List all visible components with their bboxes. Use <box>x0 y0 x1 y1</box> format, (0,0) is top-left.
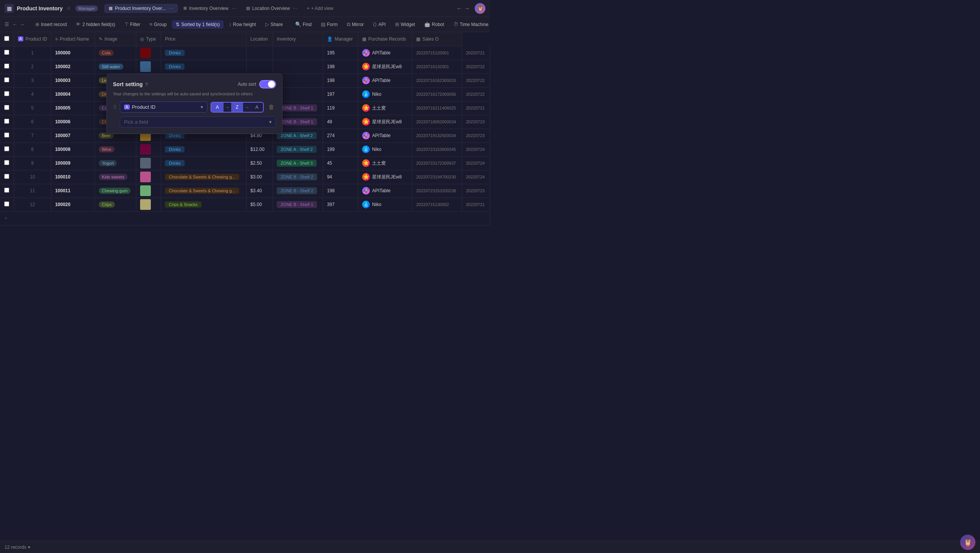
product-location-1[interactable] <box>273 60 323 74</box>
filter-button[interactable]: ⊤ Filter <box>121 20 144 29</box>
product-type-10[interactable]: Chocolate & Sweets & Chewing g... <box>161 184 246 198</box>
product-manager-11[interactable]: 💧 Niko <box>358 198 412 211</box>
product-location-0[interactable] <box>273 46 323 60</box>
table-row[interactable]: 9 100009 Yogurt Drinks $2.50 ZONE A - Sh… <box>0 156 490 170</box>
product-manager-3[interactable]: 💧 Niko <box>358 87 412 101</box>
product-type-8[interactable]: Drinks <box>161 156 246 170</box>
product-image-9[interactable] <box>136 170 161 184</box>
add-row-btn[interactable]: + <box>0 211 490 225</box>
share-button[interactable]: ▷ Share <box>261 20 287 29</box>
product-location-8[interactable]: ZONE A - Shelf 3 <box>273 156 323 170</box>
hidden-fields-button[interactable]: 👁 2 hidden field(s) <box>72 20 119 29</box>
sort-help-icon[interactable]: ? <box>145 82 148 87</box>
tab-product-inventory[interactable]: ▦ Product Inventory Over... ⋯ <box>104 4 178 13</box>
row-checkbox-3[interactable] <box>0 87 14 101</box>
sort-button[interactable]: ⇅ Sorted by 1 field(s) <box>172 20 224 29</box>
row-checkbox-6[interactable] <box>0 129 14 142</box>
table-row[interactable]: 8 100008 Wine Drinks $12.00 ZONE A - She… <box>0 142 490 156</box>
product-manager-2[interactable]: 🚀 APITable <box>358 74 412 87</box>
row-checkbox-0[interactable] <box>0 46 14 60</box>
product-image-1[interactable] <box>136 60 161 74</box>
form-button[interactable]: ▤ Form <box>317 20 341 29</box>
product-manager-4[interactable]: ⭐ 土土窝 <box>358 101 412 115</box>
add-view-button[interactable]: + + Add view <box>303 4 337 13</box>
sidebar-toggle-icon[interactable]: ☰ <box>5 21 9 27</box>
tab-product-dots[interactable]: ⋯ <box>169 6 173 11</box>
product-type-11[interactable]: Crips & Snacks <box>161 198 246 211</box>
table-row[interactable]: 11 100011 Chewing gum Chocolate & Sweets… <box>0 184 490 198</box>
col-header-image[interactable]: ✎ Image <box>95 32 136 46</box>
table-row[interactable]: 10 100010 Kids sweets Chocolate & Sweets… <box>0 170 490 184</box>
col-header-purchase[interactable]: ▦ Purchase Records <box>358 32 412 46</box>
tab-inventory-overview[interactable]: ⊞ Inventory Overview ⋯ <box>179 4 241 13</box>
product-image-11[interactable] <box>136 198 161 211</box>
auto-sort-track[interactable] <box>259 80 276 88</box>
insert-record-button[interactable]: ⊕ Insert record <box>31 20 70 29</box>
row-checkbox-11[interactable] <box>0 198 14 211</box>
product-name-0[interactable]: Cola <box>95 46 136 60</box>
product-name-11[interactable]: Crips <box>95 198 136 211</box>
product-manager-10[interactable]: 🚀 APITable <box>358 184 412 198</box>
back-button[interactable]: ← <box>12 21 17 27</box>
col-header-inventory[interactable]: Inventory <box>273 32 323 46</box>
product-type-9[interactable]: Chocolate & Sweets & Chewing g... <box>161 170 246 184</box>
forward-button[interactable]: → <box>20 21 24 27</box>
row-checkbox-5[interactable] <box>0 115 14 129</box>
col-header-location[interactable]: Location <box>247 32 273 46</box>
group-button[interactable]: ≡ Group <box>145 20 170 29</box>
product-type-0[interactable]: Drinks <box>161 46 246 60</box>
product-image-7[interactable] <box>136 142 161 156</box>
col-header-sales[interactable]: ▦ Sales O <box>412 32 462 46</box>
product-image-0[interactable] <box>136 46 161 60</box>
row-checkbox-1[interactable] <box>0 60 14 74</box>
product-image-8[interactable] <box>136 156 161 170</box>
redo-button[interactable]: → <box>464 5 470 12</box>
product-manager-6[interactable]: 🚀 APITable <box>358 129 412 142</box>
sort-dir-z[interactable]: Z <box>231 103 243 112</box>
table-row[interactable]: 12 100020 Crips Crips & Snacks $5.00 ZON… <box>0 198 490 211</box>
undo-button[interactable]: ← <box>456 5 462 12</box>
add-row[interactable]: + <box>0 211 490 225</box>
product-location-9[interactable]: ZONE B - Shelf 2 <box>273 170 323 184</box>
product-manager-8[interactable]: ⭐ 土土窝 <box>358 156 412 170</box>
row-checkbox-8[interactable] <box>0 156 14 170</box>
user-avatar[interactable]: 🦉 <box>475 3 485 14</box>
row-checkbox-9[interactable] <box>0 170 14 184</box>
tab-location-overview[interactable]: ▤ Location Overview ⋯ <box>242 4 302 13</box>
product-name-7[interactable]: Wine <box>95 142 136 156</box>
table-row[interactable]: 1 100000 Cola Drinks 195 🚀 APITable 2022… <box>0 46 490 60</box>
product-name-10[interactable]: Chewing gum <box>95 184 136 198</box>
time-machine-button[interactable]: ⏱ Time Machine <box>449 20 490 29</box>
col-header-product-name[interactable]: ≡ Product Name <box>51 32 95 46</box>
widget-button[interactable]: ⊞ Widget <box>391 20 419 29</box>
row-height-button[interactable]: ↕ Row height <box>225 20 260 29</box>
product-manager-7[interactable]: 💧 Niko <box>358 142 412 156</box>
product-name-1[interactable]: Still water <box>95 60 136 74</box>
product-manager-1[interactable]: ⭐ 星球居民JEw8 <box>358 60 412 74</box>
row-checkbox-10[interactable] <box>0 184 14 198</box>
row-checkbox-7[interactable] <box>0 142 14 156</box>
sort-dir-az[interactable]: A <box>211 103 224 112</box>
pick-field-select[interactable]: Pick a field ▾ <box>120 116 276 128</box>
product-location-11[interactable]: ZONE B - Shelf 1 <box>273 198 323 211</box>
product-image-10[interactable] <box>136 184 161 198</box>
col-header-type[interactable]: ◎ Type <box>136 32 161 46</box>
col-header-product-id[interactable]: A Product ID <box>14 32 51 46</box>
product-location-7[interactable]: ZONE A - Shelf 2 <box>273 142 323 156</box>
checkbox-header[interactable] <box>0 32 14 46</box>
product-location-10[interactable]: ZONE B - Shelf 2 <box>273 184 323 198</box>
tab-loc-dots[interactable]: ⋯ <box>293 6 297 11</box>
tab-inv-dots[interactable]: ⋯ <box>232 6 236 11</box>
table-row[interactable]: 2 100002 Still water Drinks 198 ⭐ 星球居民JE… <box>0 60 490 74</box>
product-name-9[interactable]: Kids sweets <box>95 170 136 184</box>
product-manager-0[interactable]: 🚀 APITable <box>358 46 412 60</box>
product-type-7[interactable]: Drinks <box>161 142 246 156</box>
product-name-8[interactable]: Yogurt <box>95 156 136 170</box>
drag-handle-icon[interactable]: ⠿ <box>113 104 117 110</box>
col-header-manager[interactable]: 👤 Manager <box>323 32 358 46</box>
star-icon[interactable]: ☆ <box>67 6 71 11</box>
robot-button[interactable]: 🤖 Robot <box>420 20 448 29</box>
auto-sort-toggle[interactable]: Auto sort <box>238 80 276 88</box>
field-select[interactable]: A Product ID ▾ <box>120 101 207 113</box>
row-checkbox-4[interactable] <box>0 101 14 115</box>
